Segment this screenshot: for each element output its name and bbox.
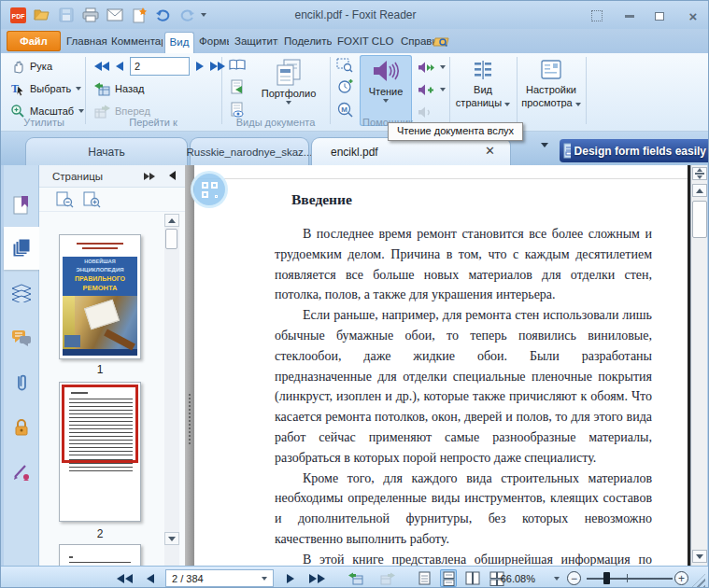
thumb-scroll-up-icon[interactable] bbox=[164, 214, 179, 227]
tab-comment[interactable]: Комментари bbox=[109, 32, 163, 53]
expand-panel-icon[interactable] bbox=[144, 173, 155, 180]
read-from-here-button[interactable] bbox=[418, 57, 446, 77]
zoom-level-value[interactable]: 66.08% bbox=[493, 567, 535, 588]
print-button[interactable] bbox=[81, 6, 100, 24]
tab-share[interactable]: Поделить bbox=[282, 32, 332, 53]
back-view-button[interactable]: Назад bbox=[94, 78, 145, 99]
zoom-out-button[interactable]: − bbox=[567, 567, 581, 588]
sidebar-item-bookmarks[interactable] bbox=[4, 184, 39, 227]
page-thumbnail-2[interactable] bbox=[59, 382, 141, 522]
zoom-slider-thumb[interactable] bbox=[603, 572, 610, 584]
status-forward-view-button[interactable] bbox=[380, 567, 395, 588]
status-prev-page-button[interactable] bbox=[147, 567, 154, 588]
hand-tool-button[interactable]: Рука bbox=[10, 56, 52, 77]
status-next-page-button[interactable] bbox=[287, 567, 294, 588]
sidebar-item-pages[interactable] bbox=[4, 227, 39, 270]
sidebar-item-attachments[interactable] bbox=[4, 361, 39, 404]
customize-toolbar-icon[interactable] bbox=[199, 6, 208, 24]
reduce-thumbnails-icon[interactable] bbox=[56, 191, 74, 208]
open-file-button[interactable] bbox=[33, 6, 51, 24]
sidebar-item-comments[interactable] bbox=[4, 316, 39, 359]
scroll-down-icon[interactable] bbox=[692, 550, 707, 563]
page-display-button[interactable]: Вид страницы bbox=[453, 55, 513, 126]
last-page-button[interactable] bbox=[210, 62, 225, 71]
tab-foxit-cloud[interactable]: FOXIT CLO bbox=[335, 32, 395, 53]
thumb-scroll-thumb[interactable] bbox=[165, 229, 177, 249]
marquee-zoom-button[interactable] bbox=[336, 57, 353, 73]
touch-mode-button[interactable] bbox=[191, 171, 228, 208]
collapse-panel-icon[interactable] bbox=[169, 171, 176, 182]
scroll-up-icon[interactable] bbox=[692, 184, 707, 197]
split-view-handle[interactable] bbox=[692, 167, 707, 180]
speaker-disabled-icon bbox=[418, 105, 436, 119]
portfolio-button[interactable]: Портфолио bbox=[253, 55, 324, 126]
promo-banner[interactable]: Design form fields easily bbox=[560, 139, 709, 162]
search-folder-icon[interactable] bbox=[432, 34, 450, 49]
sidebar-item-security[interactable] bbox=[4, 406, 39, 449]
fullscreen-button[interactable] bbox=[588, 8, 606, 23]
portfolio-icon bbox=[275, 58, 303, 86]
sidebar-item-layers[interactable] bbox=[4, 272, 39, 315]
thumb-scroll-down-icon[interactable] bbox=[164, 532, 179, 545]
next-page-button[interactable] bbox=[196, 62, 204, 71]
zoom-slider-track[interactable] bbox=[587, 578, 673, 580]
view-settings-button[interactable]: Настройки просмотра bbox=[519, 55, 583, 126]
previous-page-button[interactable] bbox=[116, 62, 123, 71]
tab-file[interactable]: Файл bbox=[7, 31, 61, 51]
close-tab-icon[interactable]: ✕ bbox=[485, 145, 495, 157]
undo-button[interactable] bbox=[154, 6, 173, 24]
zoom-in-button[interactable]: + bbox=[674, 567, 688, 588]
reverse-view-button[interactable] bbox=[229, 79, 245, 95]
status-back-view-button[interactable] bbox=[348, 567, 363, 588]
new-doc-button[interactable] bbox=[130, 6, 149, 24]
scroll-thumb[interactable] bbox=[692, 201, 707, 238]
layout-continuous-button[interactable] bbox=[440, 567, 457, 588]
zoom-dropdown-icon[interactable] bbox=[554, 567, 560, 588]
resize-grip[interactable] bbox=[692, 574, 705, 587]
doc-tab-encikl[interactable]: encikl.pdf ✕ bbox=[311, 137, 511, 165]
tab-forms[interactable]: Формы bbox=[197, 32, 229, 53]
doc-tab-russkie[interactable]: Russkie_narodnye_skaz... bbox=[190, 137, 309, 165]
minimize-button[interactable] bbox=[620, 8, 639, 23]
page-thumbnail-1[interactable]: НОВЕЙШАЯ ЭНЦИКЛОПЕДИЯ ПРАВИЛЬНОГО РЕМОНТ… bbox=[59, 234, 141, 359]
tab-list-dropdown-icon[interactable] bbox=[541, 147, 548, 159]
svg-text:PDF: PDF bbox=[11, 13, 25, 20]
page-top-edge bbox=[194, 178, 688, 179]
restore-button[interactable] bbox=[650, 8, 669, 23]
panel-splitter[interactable] bbox=[185, 165, 194, 566]
redo-button[interactable] bbox=[177, 6, 196, 24]
thumbnails-scrollbar[interactable] bbox=[164, 214, 179, 566]
layout-single-page-button[interactable] bbox=[416, 567, 432, 588]
first-page-button[interactable] bbox=[94, 62, 109, 71]
status-last-page-button[interactable] bbox=[309, 567, 325, 588]
pages-panel-header: Страницы bbox=[39, 165, 185, 188]
layout-facing-button[interactable] bbox=[464, 567, 481, 588]
email-button[interactable] bbox=[106, 6, 124, 24]
loupe-tool-button[interactable] bbox=[337, 79, 353, 95]
status-page-indicator[interactable]: 2 / 384 bbox=[165, 569, 274, 587]
speaker-plus-icon bbox=[418, 83, 436, 97]
book-cover-art: НОВЕЙШАЯ ЭНЦИКЛОПЕДИЯ ПРАВИЛЬНОГО РЕМОНТ… bbox=[63, 238, 137, 356]
sidebar-item-signatures[interactable] bbox=[4, 451, 39, 494]
enlarge-thumbnails-icon[interactable] bbox=[83, 191, 101, 208]
tab-home[interactable]: Главная bbox=[64, 32, 107, 53]
text-viewer-button[interactable] bbox=[229, 102, 245, 118]
tab-protect[interactable]: Защитить bbox=[233, 32, 278, 53]
select-text-icon: T bbox=[10, 81, 25, 96]
page-thumbnail-3[interactable] bbox=[59, 544, 141, 566]
magnifier-tool-button[interactable]: M bbox=[337, 102, 353, 118]
select-tool-button[interactable]: T Выбрать bbox=[10, 78, 81, 99]
read-page-button[interactable] bbox=[418, 79, 446, 100]
close-button[interactable]: × bbox=[684, 8, 702, 23]
document-scrollbar[interactable] bbox=[690, 165, 707, 566]
foxit-reader-window: PDF encikl.pdf - Foxit Reader × bbox=[0, 0, 709, 588]
doc-tab-start[interactable]: Начать bbox=[25, 137, 188, 165]
status-first-page-button[interactable] bbox=[117, 567, 133, 588]
document-view[interactable]: Введение В последнее время ремонт станов… bbox=[194, 165, 690, 566]
tab-view[interactable]: Вид bbox=[164, 32, 194, 53]
stop-reading-button[interactable] bbox=[418, 102, 436, 122]
page-number-input[interactable] bbox=[130, 57, 190, 76]
read-mode-button[interactable] bbox=[228, 57, 247, 72]
save-button[interactable] bbox=[57, 6, 76, 24]
read-aloud-button[interactable]: Чтение bbox=[360, 55, 412, 126]
